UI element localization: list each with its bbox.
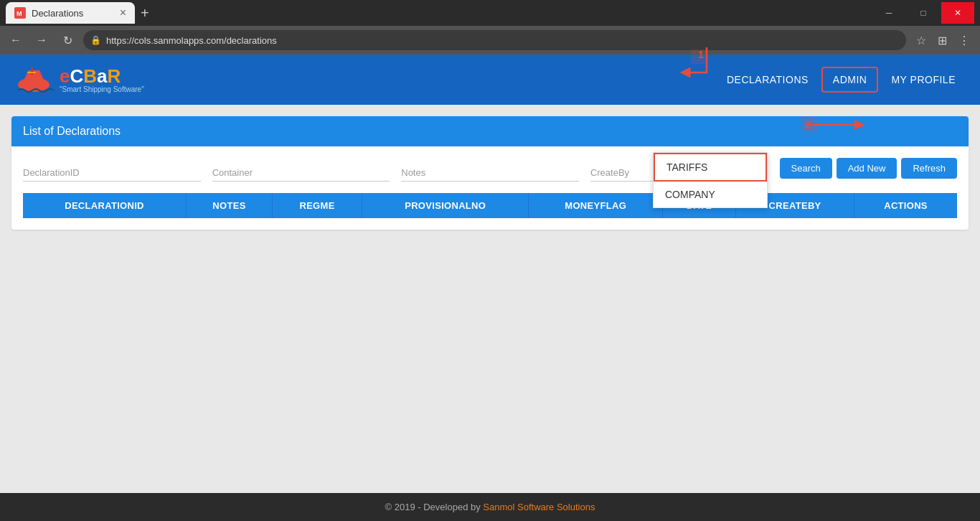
add-new-button[interactable]: Add New xyxy=(837,158,897,179)
tab-title: Declarations xyxy=(32,8,83,19)
window-controls: ─ □ ✕ xyxy=(872,2,974,24)
svg-rect-5 xyxy=(27,72,36,73)
card-body: Search Add New Refresh DECLARATIONID NOT… xyxy=(11,146,969,230)
close-button[interactable]: ✕ xyxy=(941,2,974,24)
col-actions: ACTIONS xyxy=(854,193,957,218)
address-bar-area: ← → ↻ 🔒 ☆ ⊞ ⋮ xyxy=(0,26,980,55)
myprofile-nav[interactable]: MY PROFILE xyxy=(881,68,966,91)
table-header: DECLARATIONID NOTES REGME PROVISIONALNO … xyxy=(23,193,957,218)
url-input[interactable] xyxy=(83,30,906,50)
admin-dropdown-menu: TARIFFS COMPANY xyxy=(653,152,768,208)
declarations-card: List of Declarations xyxy=(11,116,969,230)
declaration-id-input[interactable] xyxy=(23,164,201,182)
notes-input[interactable] xyxy=(401,164,579,182)
tab-close-button[interactable]: × xyxy=(120,7,126,19)
page-title: List of Declarations xyxy=(23,125,121,137)
card-header: List of Declarations xyxy=(11,116,969,146)
table-header-row: DECLARATIONID NOTES REGME PROVISIONALNO … xyxy=(23,193,957,218)
col-provisionalno: PROVISIONALNO xyxy=(362,193,529,218)
browser-tab[interactable]: M Declarations × xyxy=(6,2,135,24)
tab-favicon: M xyxy=(14,7,26,19)
forward-button[interactable]: → xyxy=(32,30,52,50)
company-menu-item[interactable]: COMPANY xyxy=(654,182,767,207)
back-button[interactable]: ← xyxy=(6,30,26,50)
extensions-icon[interactable]: ⊞ xyxy=(933,31,951,50)
bookmark-icon[interactable]: ☆ xyxy=(912,31,930,50)
notes-field xyxy=(401,164,579,182)
declaration-id-field xyxy=(23,164,201,182)
svg-text:M: M xyxy=(17,10,22,17)
declarations-nav[interactable]: DECLARATIONS xyxy=(717,68,819,91)
url-bar-wrapper: 🔒 xyxy=(83,30,906,50)
svg-rect-4 xyxy=(31,67,33,75)
refresh-button[interactable]: Refresh xyxy=(901,158,957,179)
logo-text: eCBaR "Smart Shipping Software" xyxy=(60,67,144,93)
col-regme: REGME xyxy=(273,193,362,218)
menu-icon[interactable]: ⋮ xyxy=(954,31,974,50)
lock-icon: 🔒 xyxy=(90,35,101,45)
container-input[interactable] xyxy=(212,164,390,182)
minimize-button[interactable]: ─ xyxy=(872,2,905,24)
reload-button[interactable]: ↻ xyxy=(57,30,77,50)
col-moneyflag: MONEYFLAG xyxy=(529,193,663,218)
search-button[interactable]: Search xyxy=(780,158,832,179)
declarations-table: DECLARATIONID NOTES REGME PROVISIONALNO … xyxy=(23,193,957,218)
container-field xyxy=(212,164,390,182)
app-header: eCBaR "Smart Shipping Software" 1 xyxy=(0,55,980,105)
browser-toolbar-icons: ☆ ⊞ ⋮ xyxy=(912,31,974,50)
col-notes: NOTES xyxy=(186,193,272,218)
action-buttons: Search Add New Refresh xyxy=(780,158,957,182)
main-content: List of Declarations xyxy=(0,105,980,241)
filter-row: Search Add New Refresh xyxy=(23,158,957,182)
logo-area: eCBaR "Smart Shipping Software" xyxy=(14,62,144,98)
logo-tagline: "Smart Shipping Software" xyxy=(60,85,144,93)
logo-brand: eCBaR xyxy=(60,67,144,85)
browser-titlebar: M Declarations × + ─ □ ✕ xyxy=(0,0,980,26)
nav-menu: 1 DECLARATIONS ADMIN MY PROFILE xyxy=(714,67,966,93)
new-tab-button[interactable]: + xyxy=(141,5,149,22)
logo-image xyxy=(14,62,54,98)
col-declarationid: DECLARATIONID xyxy=(23,193,186,218)
maximize-button[interactable]: □ xyxy=(907,2,940,24)
admin-dropdown-button[interactable]: ADMIN xyxy=(821,67,879,93)
tariffs-menu-item[interactable]: TARIFFS xyxy=(654,153,767,182)
